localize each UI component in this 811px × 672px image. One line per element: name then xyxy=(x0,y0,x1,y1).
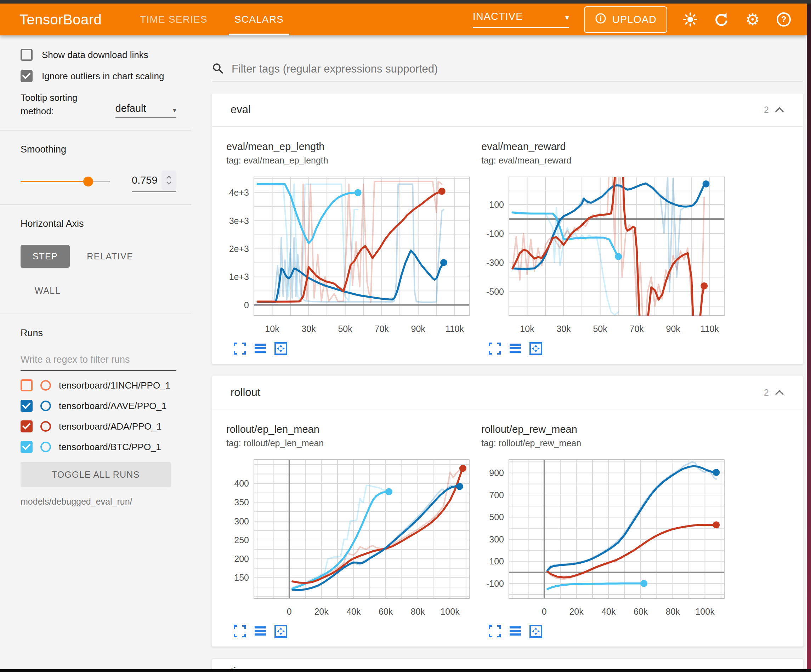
data-table-icon[interactable] xyxy=(253,625,267,639)
window-top-edge xyxy=(0,0,811,3)
status-dropdown[interactable]: INACTIVE ▾ xyxy=(473,11,569,28)
run-color-ring[interactable] xyxy=(41,401,51,411)
expand-chart-icon[interactable] xyxy=(232,625,247,639)
smoothing-value-input[interactable] xyxy=(132,174,161,186)
smoothing-label: Smoothing xyxy=(20,144,176,155)
help-icon[interactable]: ? xyxy=(775,11,792,28)
tooltip-sorting-label: Tooltip sorting method: xyxy=(20,91,105,118)
chart-rollout-ep-rew-mean-plot[interactable]: 020k40k60k80k100k-100100300500700900 xyxy=(481,456,729,619)
axis-option-wall[interactable]: WALL xyxy=(33,280,62,301)
svg-text:300: 300 xyxy=(489,534,504,544)
chart-rollout-ep-len-mean-plot[interactable]: 020k40k60k80k100k150200250300350400 xyxy=(226,456,474,619)
search-icon xyxy=(212,62,224,76)
section-rollout-body: rollout/ep_len_mean tag: rollout/ep_len_… xyxy=(212,409,803,647)
run-checkbox-btc[interactable] xyxy=(20,441,32,453)
show-download-links-label: Show data download links xyxy=(42,49,148,61)
chart-actions xyxy=(481,342,729,356)
svg-text:400: 400 xyxy=(234,479,249,488)
settings-sidebar: Show data download links Ignore outliers… xyxy=(0,36,191,672)
run-checkbox-1inch[interactable] xyxy=(20,379,32,391)
chevron-up-icon[interactable] xyxy=(775,107,784,113)
run-color-ring[interactable] xyxy=(41,442,51,452)
tag-filter-row xyxy=(212,62,803,81)
chart-tag: tag: rollout/ep_rew_mean xyxy=(481,438,729,449)
chevron-up-icon[interactable] xyxy=(775,389,784,396)
top-tabs: TIME SERIES SCALARS xyxy=(126,3,297,36)
svg-text:200: 200 xyxy=(234,554,249,564)
expand-chart-icon[interactable] xyxy=(488,342,502,356)
data-table-icon[interactable] xyxy=(253,342,267,356)
svg-text:110k: 110k xyxy=(446,324,464,334)
tab-time-series[interactable]: TIME SERIES xyxy=(126,3,221,36)
show-download-links-checkbox[interactable] xyxy=(20,49,32,61)
settings-icon[interactable]: ⚙ xyxy=(745,11,761,28)
svg-text:2e+3: 2e+3 xyxy=(229,244,249,254)
tooltip-sorting-dropdown[interactable]: default ▾ xyxy=(115,103,176,118)
chart-actions xyxy=(481,625,729,639)
fit-to-data-icon[interactable] xyxy=(274,625,288,639)
toggle-all-runs-button[interactable]: TOGGLE ALL RUNS xyxy=(20,462,171,487)
brightness-icon[interactable] xyxy=(682,11,698,28)
svg-text:70k: 70k xyxy=(375,324,389,334)
svg-text:50k: 50k xyxy=(338,324,352,334)
chart-tag: tag: rollout/ep_len_mean xyxy=(226,438,474,449)
data-table-icon[interactable] xyxy=(508,625,523,639)
svg-text:350: 350 xyxy=(234,497,249,507)
axis-option-step[interactable]: STEP xyxy=(20,245,70,268)
data-table-icon[interactable] xyxy=(508,342,523,356)
fit-to-data-icon[interactable] xyxy=(274,342,288,356)
dashboard-main: eval 2 eval/mean_ep_length tag: eval/mea… xyxy=(191,36,807,672)
chart-eval-mean-ep-length-plot[interactable]: 10k30k50k70k90k110k01e+32e+33e+34e+3 xyxy=(226,173,474,336)
section-chart-count: 2 xyxy=(764,105,769,115)
section-rollout: rollout 2 rollout/ep_len_mean tag: rollo… xyxy=(212,376,803,647)
smoothing-value-box xyxy=(132,171,176,192)
header-controls: INACTIVE ▾ UPLOAD xyxy=(473,7,807,33)
chart-rollout-ep-len-mean: rollout/ep_len_mean tag: rollout/ep_len_… xyxy=(226,423,474,639)
ignore-outliers-row[interactable]: Ignore outliers in chart scaling xyxy=(20,70,176,82)
axis-option-relative[interactable]: RELATIVE xyxy=(85,245,134,267)
run-color-ring[interactable] xyxy=(41,380,51,391)
svg-text:1e+3: 1e+3 xyxy=(229,272,249,282)
chart-actions xyxy=(226,625,474,639)
run-row-1inch[interactable]: tensorboard/1INCH/PPO_1 xyxy=(20,379,176,391)
upload-button[interactable]: UPLOAD xyxy=(584,7,667,33)
svg-text:100k: 100k xyxy=(695,606,715,616)
chart-eval-mean-reward-plot[interactable]: 10k30k50k70k90k110k100-100-300-500 xyxy=(481,173,729,336)
smoothing-slider[interactable] xyxy=(20,181,110,182)
svg-text:-300: -300 xyxy=(486,257,504,267)
run-row-btc[interactable]: tensorboard/BTC/PPO_1 xyxy=(20,441,176,453)
svg-text:80k: 80k xyxy=(666,606,680,616)
smoothing-slider-thumb[interactable] xyxy=(83,176,93,186)
status-value: INACTIVE xyxy=(473,11,523,22)
tag-filter-input[interactable] xyxy=(231,62,803,76)
svg-text:-100: -100 xyxy=(486,579,504,589)
run-color-ring[interactable] xyxy=(41,421,51,432)
chart-title: eval/mean_ep_length xyxy=(226,141,474,152)
refresh-icon[interactable] xyxy=(713,11,730,28)
runs-filter-input[interactable] xyxy=(20,354,176,371)
svg-text:0: 0 xyxy=(287,606,292,616)
ignore-outliers-checkbox[interactable] xyxy=(20,70,32,82)
fit-to-data-icon[interactable] xyxy=(529,342,543,356)
expand-chart-icon[interactable] xyxy=(232,342,247,356)
run-row-ada[interactable]: tensorboard/ADA/PPO_1 xyxy=(20,420,176,432)
smoothing-stepper[interactable] xyxy=(161,171,176,190)
section-rollout-header[interactable]: rollout 2 xyxy=(212,376,803,409)
chart-tag: tag: eval/mean_reward xyxy=(481,155,729,166)
fit-to-data-icon[interactable] xyxy=(529,625,543,639)
chevron-down-icon xyxy=(166,181,172,185)
chevron-down-icon: ▾ xyxy=(173,106,176,114)
chevron-up-icon xyxy=(166,176,172,179)
tab-scalars[interactable]: SCALARS xyxy=(221,3,297,36)
general-settings-block: Show data download links Ignore outliers… xyxy=(0,36,191,130)
run-row-aave[interactable]: tensorboard/AAVE/PPO_1 xyxy=(20,400,176,412)
svg-text:100: 100 xyxy=(489,200,504,210)
run-checkbox-ada[interactable] xyxy=(20,420,32,432)
run-checkbox-aave[interactable] xyxy=(20,400,32,412)
upload-label: UPLOAD xyxy=(612,14,657,25)
expand-chart-icon[interactable] xyxy=(488,625,502,639)
section-eval-header[interactable]: eval 2 xyxy=(212,93,803,126)
chart-eval-mean-reward: eval/mean_reward tag: eval/mean_reward 1… xyxy=(481,141,729,356)
svg-text:0: 0 xyxy=(244,300,249,310)
show-download-links-row[interactable]: Show data download links xyxy=(20,49,176,61)
